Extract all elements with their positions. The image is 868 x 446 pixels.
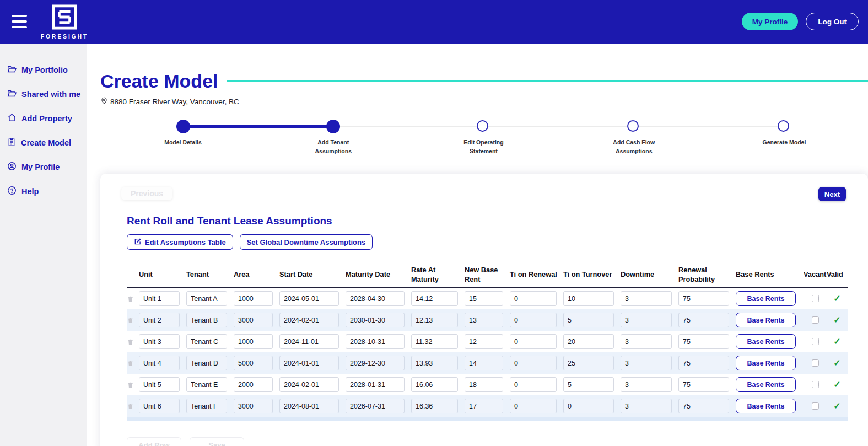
area-input[interactable] xyxy=(234,356,273,370)
brand-logo[interactable]: FORESIGHT xyxy=(41,4,88,40)
area-input[interactable] xyxy=(234,313,273,327)
base-rents-button[interactable]: Base Rents xyxy=(736,291,796,306)
step-circle-2[interactable] xyxy=(326,120,340,133)
vacant-checkbox[interactable] xyxy=(812,359,819,367)
start-date-input[interactable] xyxy=(279,291,339,306)
new-base-rent-input[interactable] xyxy=(465,291,503,306)
delete-row-icon[interactable] xyxy=(127,381,139,389)
downtime-input[interactable] xyxy=(621,291,672,306)
downtime-input[interactable] xyxy=(621,313,672,327)
maturity-date-input[interactable] xyxy=(346,399,405,413)
my-profile-button[interactable]: My Profile xyxy=(742,13,799,30)
rate-at-maturity-input[interactable] xyxy=(411,399,458,413)
table-scrollbar[interactable] xyxy=(127,417,848,421)
delete-row-icon[interactable] xyxy=(127,316,139,324)
unit-input[interactable] xyxy=(139,356,180,370)
renewal-probability-input[interactable] xyxy=(678,313,729,327)
step-circle-1[interactable] xyxy=(176,120,190,133)
tenant-input[interactable] xyxy=(186,291,227,306)
delete-row-icon[interactable] xyxy=(127,338,139,346)
delete-row-icon[interactable] xyxy=(127,402,139,410)
next-button[interactable]: Next xyxy=(818,187,846,201)
ti-on-renewal-input[interactable] xyxy=(510,334,557,349)
new-base-rent-input[interactable] xyxy=(465,377,503,392)
vacant-checkbox[interactable] xyxy=(812,295,819,302)
maturity-date-input[interactable] xyxy=(346,291,405,306)
hamburger-menu-icon[interactable] xyxy=(12,15,27,28)
new-base-rent-input[interactable] xyxy=(465,334,503,349)
renewal-probability-input[interactable] xyxy=(678,291,729,306)
ti-on-turnover-input[interactable] xyxy=(563,356,614,370)
downtime-input[interactable] xyxy=(621,334,672,349)
unit-input[interactable] xyxy=(139,313,180,327)
base-rents-button[interactable]: Base Rents xyxy=(736,399,796,413)
start-date-input[interactable] xyxy=(279,334,339,349)
unit-input[interactable] xyxy=(139,399,180,413)
rate-at-maturity-input[interactable] xyxy=(411,291,458,306)
ti-on-turnover-input[interactable] xyxy=(563,399,614,413)
rate-at-maturity-input[interactable] xyxy=(411,356,458,370)
tenant-input[interactable] xyxy=(186,399,227,413)
delete-row-icon[interactable] xyxy=(127,295,139,303)
delete-row-icon[interactable] xyxy=(127,359,139,367)
sidebar-item-shared-with-me[interactable]: Shared with me xyxy=(0,82,87,106)
maturity-date-input[interactable] xyxy=(346,377,405,392)
new-base-rent-input[interactable] xyxy=(465,313,503,327)
maturity-date-input[interactable] xyxy=(346,334,405,349)
new-base-rent-input[interactable] xyxy=(465,356,503,370)
ti-on-renewal-input[interactable] xyxy=(510,356,557,370)
vacant-checkbox[interactable] xyxy=(812,402,819,410)
sidebar-item-help[interactable]: Help xyxy=(0,179,87,203)
renewal-probability-input[interactable] xyxy=(678,399,729,413)
renewal-probability-input[interactable] xyxy=(678,334,729,349)
save-button[interactable]: Save xyxy=(190,437,244,446)
logout-button[interactable]: Log Out xyxy=(806,13,859,30)
step-circle-4[interactable] xyxy=(627,120,639,132)
area-input[interactable] xyxy=(234,377,273,392)
rate-at-maturity-input[interactable] xyxy=(411,377,458,392)
new-base-rent-input[interactable] xyxy=(465,399,503,413)
ti-on-turnover-input[interactable] xyxy=(563,334,614,349)
start-date-input[interactable] xyxy=(279,313,339,327)
ti-on-renewal-input[interactable] xyxy=(510,377,557,392)
rate-at-maturity-input[interactable] xyxy=(411,313,458,327)
step-circle-5[interactable] xyxy=(778,120,789,132)
area-input[interactable] xyxy=(234,399,273,413)
area-input[interactable] xyxy=(234,334,273,349)
add-row-button[interactable]: Add Row xyxy=(127,437,181,446)
ti-on-renewal-input[interactable] xyxy=(510,291,557,306)
ti-on-renewal-input[interactable] xyxy=(510,313,557,327)
vacant-checkbox[interactable] xyxy=(812,381,819,388)
downtime-input[interactable] xyxy=(621,356,672,370)
step-circle-3[interactable] xyxy=(477,120,488,132)
sidebar-item-my-profile[interactable]: My Profile xyxy=(0,155,87,179)
ti-on-renewal-input[interactable] xyxy=(510,399,557,413)
vacant-checkbox[interactable] xyxy=(812,316,819,324)
set-global-downtime-button[interactable]: Set Global Downtime Assumptions xyxy=(240,234,373,250)
previous-button[interactable]: Previous xyxy=(121,187,172,200)
tenant-input[interactable] xyxy=(186,377,227,392)
start-date-input[interactable] xyxy=(279,356,339,370)
unit-input[interactable] xyxy=(139,377,180,392)
base-rents-button[interactable]: Base Rents xyxy=(736,377,796,392)
vacant-checkbox[interactable] xyxy=(812,338,819,345)
start-date-input[interactable] xyxy=(279,377,339,392)
downtime-input[interactable] xyxy=(621,399,672,413)
area-input[interactable] xyxy=(234,291,273,306)
unit-input[interactable] xyxy=(139,334,180,349)
start-date-input[interactable] xyxy=(279,399,339,413)
unit-input[interactable] xyxy=(139,291,180,306)
maturity-date-input[interactable] xyxy=(346,356,405,370)
sidebar-item-add-property[interactable]: Add Property xyxy=(0,106,87,131)
renewal-probability-input[interactable] xyxy=(678,356,729,370)
renewal-probability-input[interactable] xyxy=(678,377,729,392)
ti-on-turnover-input[interactable] xyxy=(563,291,614,306)
tenant-input[interactable] xyxy=(186,334,227,349)
ti-on-turnover-input[interactable] xyxy=(563,313,614,327)
base-rents-button[interactable]: Base Rents xyxy=(736,356,796,370)
rate-at-maturity-input[interactable] xyxy=(411,334,458,349)
sidebar-item-create-model[interactable]: Create Model xyxy=(0,131,87,155)
downtime-input[interactable] xyxy=(621,377,672,392)
ti-on-turnover-input[interactable] xyxy=(563,377,614,392)
base-rents-button[interactable]: Base Rents xyxy=(736,334,796,349)
